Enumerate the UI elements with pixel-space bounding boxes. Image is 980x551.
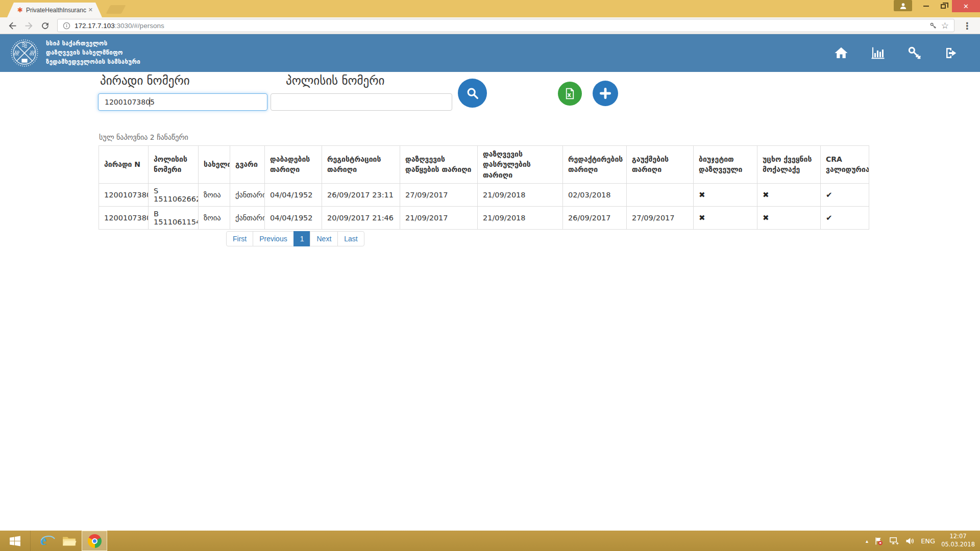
table-cell: ქანთარია [230,206,265,229]
table-cell: 27/09/2017 [627,206,694,229]
logout-icon[interactable] [943,45,960,61]
results-summary: სულ ნაპოვნია 2 ჩანაწერი [99,133,188,141]
home-icon[interactable] [833,45,849,61]
table-cell: 26/09/2017 23:11 [322,183,400,206]
volume-icon[interactable] [905,537,915,545]
refresh-icon[interactable] [38,18,52,33]
boolean-cell: ✖ [694,183,757,206]
system-tray: ▴ ENG 12:07 05.03.2018 [866,531,980,551]
column-header: გაუქმების თარიღი [627,146,694,184]
pagination-item: 1 [294,231,311,246]
boolean-cell: ✔ [821,183,869,206]
clock-time: 12:07 [941,533,975,541]
org-logo-block: სსიპ საქართველოს დაზღვევის სახელმწიფო ზე… [10,39,140,67]
table-cell: ქანთარია [230,183,265,206]
pagination-item: Previous [253,231,293,246]
window-controls: ✕ [894,0,980,12]
pagination-button-first[interactable]: First [226,231,253,246]
bookmark-star-icon[interactable]: ☆ [941,20,949,31]
taskbar-explorer-button[interactable] [56,531,82,551]
minimize-button[interactable] [917,0,935,12]
policy-number-input[interactable] [271,93,452,111]
restore-button[interactable] [935,0,952,12]
plus-icon [599,87,612,100]
column-header: დაზღვევის დაწყების თარიღი [400,146,478,184]
table-cell [627,183,694,206]
url-bar[interactable]: 172.17.7.103:3030/#/persons ☆ [57,19,954,32]
table-row[interactable]: 12001073805B 1511061154ზოიაქანთარია04/04… [99,206,869,229]
network-icon[interactable] [889,537,899,545]
pagination-button-1[interactable]: 1 [293,231,311,246]
column-header: უცხო ქვეყნის მოქალაქე [757,146,821,184]
back-icon[interactable] [5,18,19,33]
table-cell: 04/04/1952 [265,183,322,206]
language-indicator[interactable]: ENG [921,537,935,545]
column-header: სახელი [199,146,230,184]
admin-key-icon[interactable] [906,45,923,61]
tab-favicon-icon: ✱ [17,6,23,14]
column-header: რედაქტირების თარიღი [563,146,627,184]
main-content: პირადი ნომერი პოლისის ნომერი x სულ ნაპოვ… [0,72,980,531]
boolean-cell: ✔ [821,206,869,229]
password-key-icon[interactable] [929,22,937,30]
tray-overflow-icon[interactable]: ▴ [866,538,868,544]
pagination-button-next[interactable]: Next [310,231,338,246]
table-cell: 21/09/2018 [478,206,563,229]
pagination-button-last[interactable]: Last [337,231,364,246]
svg-text:x: x [568,91,572,98]
results-table: პირადი Nპოლისის ნომერისახელიგვარიდაბადებ… [99,145,869,230]
table-row[interactable]: 12001073805S 1511062662ზოიაქანთარია04/04… [99,183,869,206]
personal-number-input[interactable] [98,93,267,111]
policy-number-label: პოლისის ნომერი [286,74,384,87]
table-cell: 12001073805 [99,183,149,206]
table-cell: S 1511062662 [149,183,199,206]
table-cell: 21/09/2017 [400,206,478,229]
pagination: FirstPrevious1NextLast [226,231,364,246]
new-tab-button[interactable] [106,5,126,14]
taskbar-ie-button[interactable]: e [31,531,56,551]
tab-close-icon[interactable]: ✕ [88,7,93,13]
action-center-flag-icon[interactable] [874,537,883,545]
reports-chart-icon[interactable] [870,45,886,61]
excel-file-icon: x [564,87,576,100]
search-button[interactable] [458,79,487,108]
boolean-cell: ✖ [757,206,821,229]
tab-title: PrivateHealthInsuranceP [26,7,86,14]
table-cell: 02/03/2018 [563,183,627,206]
url-text: 172.17.7.103:3030/#/persons [75,22,925,30]
browser-toolbar: 172.17.7.103:3030/#/persons ☆ ⋮ [0,17,980,34]
folder-icon [62,535,77,547]
table-cell: 21/09/2018 [478,183,563,206]
windows-logo-icon [9,535,21,547]
export-excel-button[interactable]: x [558,82,582,106]
clock-date: 05.03.2018 [941,541,975,549]
search-icon [465,86,480,101]
results-table-header-row: პირადი Nპოლისის ნომერისახელიგვარიდაბადებ… [99,146,869,184]
info-icon[interactable] [63,22,70,30]
app-header: სსიპ საქართველოს დაზღვევის სახელმწიფო ზე… [0,34,980,72]
table-cell: 12001073805 [99,206,149,229]
column-header: პირადი N [99,146,149,184]
table-cell: 20/09/2017 21:46 [322,206,400,229]
forward-icon[interactable] [21,18,36,33]
close-button[interactable]: ✕ [952,0,980,12]
chrome-profile-icon[interactable] [894,0,912,11]
table-cell: 04/04/1952 [265,206,322,229]
clock[interactable]: 12:07 05.03.2018 [941,533,975,548]
browser-tab[interactable]: ✱ PrivateHealthInsuranceP ✕ [7,3,102,17]
add-person-button[interactable] [593,81,618,106]
org-emblem-icon [10,39,39,67]
results-table-body: 12001073805S 1511062662ზოიაქანთარია04/04… [99,183,869,229]
taskbar-chrome-button[interactable] [82,531,107,551]
pagination-button-previous[interactable]: Previous [253,231,293,246]
org-name: სსიპ საქართველოს დაზღვევის სახელმწიფო ზე… [46,39,140,66]
column-header: დაბადების თარიღი [265,146,322,184]
pagination-item: Next [310,231,338,246]
column-header: დაზღვევის დასრულების თარიღი [478,146,563,184]
table-cell: ზოია [199,183,230,206]
start-button[interactable] [0,531,31,551]
personal-number-label: პირადი ნომერი [100,74,190,87]
pagination-item: First [226,231,253,246]
chrome-icon [88,534,102,548]
chrome-menu-icon[interactable]: ⋮ [960,20,975,31]
